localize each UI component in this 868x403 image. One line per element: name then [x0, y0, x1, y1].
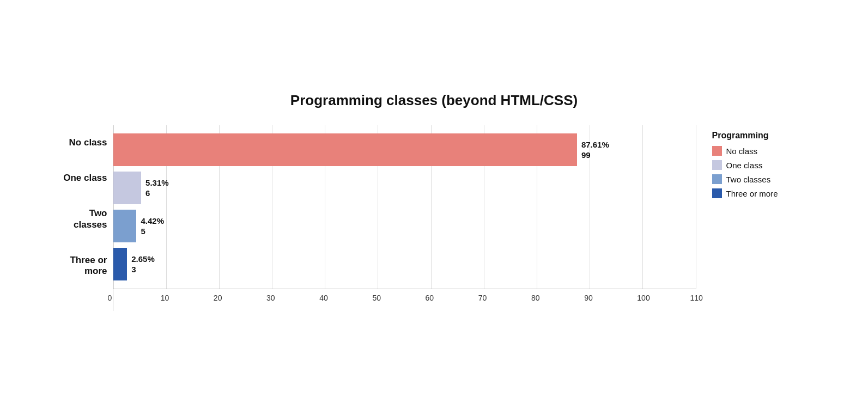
chart-title: Programming classes (beyond HTML/CSS) [47, 92, 821, 109]
x-tick: 100 [637, 294, 650, 302]
bars-section: No classOne classTwoclassesThree ormore … [47, 125, 696, 311]
bar: 87.61%99 [113, 133, 577, 166]
bar: 4.42%5 [113, 210, 137, 242]
bar-value-label: 5.31%6 [145, 178, 169, 199]
x-tick: 20 [214, 294, 222, 302]
x-axis-wrapper: 0102030405060708090100110 [113, 289, 696, 311]
x-tick: 10 [161, 294, 169, 302]
x-tick: 80 [531, 294, 540, 302]
y-labels: No classOne classTwoclassesThree ormore [47, 125, 113, 311]
bar-value-label: 4.42%5 [141, 216, 164, 237]
bars-and-xaxis: 87.61%995.31%64.42%52.65%3 0102030405060… [113, 125, 696, 311]
x-tick: 30 [266, 294, 275, 302]
legend-item-label: One class [726, 161, 763, 170]
y-label: Twoclasses [47, 208, 107, 230]
bar-row: 87.61%99 [113, 131, 696, 169]
bar-row: 5.31%6 [113, 169, 696, 207]
bar: 5.31%6 [113, 172, 142, 204]
bar-row: 2.65%3 [113, 245, 696, 283]
legend-title: Programming [712, 131, 821, 141]
legend-item: One class [712, 160, 821, 170]
x-tick: 90 [584, 294, 593, 302]
legend-item-label: Two classes [726, 175, 771, 184]
bar: 2.65%3 [113, 248, 128, 280]
legend-items: No classOne classTwo classesThree or mor… [712, 146, 821, 198]
bar-row: 4.42%5 [113, 207, 696, 245]
y-label: No class [47, 137, 107, 148]
x-tick: 50 [372, 294, 381, 302]
x-tick: 40 [319, 294, 328, 302]
legend-item-label: No class [726, 146, 758, 156]
grid-line [642, 125, 643, 289]
legend-swatch [712, 146, 722, 156]
x-tick: 110 [690, 294, 703, 302]
bar-value-label: 87.61%99 [581, 139, 609, 161]
chart-main: No classOne classTwoclassesThree ormore … [47, 125, 696, 311]
legend-item: Two classes [712, 174, 821, 184]
legend-item: Three or more [712, 188, 821, 198]
x-tick: 60 [426, 294, 434, 302]
x-tick: 0 [108, 294, 112, 302]
legend-swatch [712, 174, 722, 184]
bar-value-label: 2.65%3 [131, 254, 155, 275]
legend: Programming No classOne classTwo classes… [712, 131, 821, 203]
chart-wrapper: Programming classes (beyond HTML/CSS) No… [26, 81, 843, 322]
y-label: One class [47, 173, 107, 184]
grid-line [696, 125, 696, 289]
bars-container: 87.61%995.31%64.42%52.65%3 [113, 125, 696, 289]
chart-area: No classOne classTwoclassesThree ormore … [47, 125, 821, 311]
legend-item-label: Three or more [726, 189, 778, 198]
legend-swatch [712, 188, 722, 198]
legend-item: No class [712, 146, 821, 156]
legend-swatch [712, 160, 722, 170]
y-label: Three ormore [47, 255, 107, 277]
x-tick: 70 [478, 294, 487, 302]
